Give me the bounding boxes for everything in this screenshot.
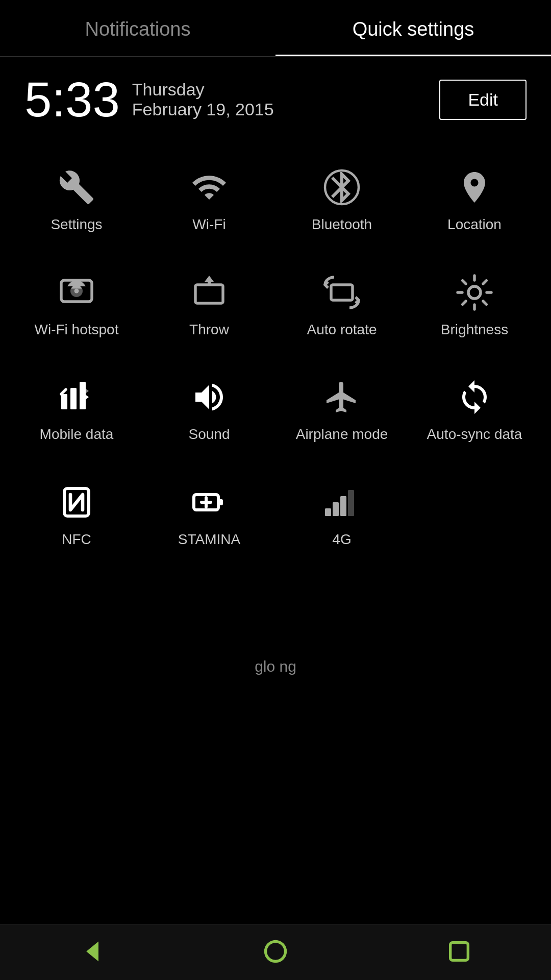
svg-rect-5 [331,285,353,300]
svg-point-2 [74,288,79,293]
home-icon [262,938,289,965]
4g-label: 4G [332,531,351,548]
svg-point-28 [266,942,286,962]
home-button[interactable] [238,930,313,974]
tile-bluetooth[interactable]: Bluetooth [276,146,408,252]
wifi-hotspot-label: Wi-Fi hotspot [35,321,119,338]
location-label: Location [447,216,502,233]
time-block: 5:33 Thursday February 19, 2015 [24,75,274,124]
recents-button[interactable] [421,930,497,974]
back-icon [79,938,105,965]
tile-wifi[interactable]: Wi-Fi [143,146,276,252]
svg-marker-4 [205,276,214,282]
throw-icon [189,272,230,313]
date-str: February 19, 2015 [132,100,274,119]
throw-label: Throw [189,321,229,338]
svg-line-11 [463,280,466,283]
airplane-mode-label: Airplane mode [296,426,388,443]
tile-nfc[interactable]: NFC [10,461,143,567]
bluetooth-icon [321,167,362,208]
tab-notifications[interactable]: Notifications [0,0,276,56]
svg-line-14 [463,301,466,304]
stamina-icon [189,482,230,523]
date-block: Thursday February 19, 2015 [132,80,274,119]
mobile-data-label: Mobile data [40,426,114,443]
svg-rect-20 [218,499,223,505]
tab-bar: Notifications Quick settings [0,0,551,57]
settings-icon [56,167,97,208]
svg-rect-24 [333,502,339,516]
tile-4g[interactable]: 4G [276,461,408,567]
svg-rect-23 [325,508,331,516]
tile-location[interactable]: Location [408,146,541,252]
brightness-icon [454,272,495,313]
bluetooth-label: Bluetooth [312,216,372,233]
tile-mobile-data[interactable]: Mobile data [10,356,143,461]
footer-text: glo ng [0,566,551,696]
auto-sync-label: Auto-sync data [427,426,522,443]
day-name: Thursday [132,80,274,100]
brightness-label: Brightness [441,321,508,338]
svg-marker-27 [86,942,98,962]
stamina-label: STAMINA [178,531,240,548]
header: 5:33 Thursday February 19, 2015 Edit [0,57,551,136]
svg-point-6 [468,286,481,299]
svg-rect-29 [450,943,468,961]
sound-label: Sound [189,426,230,443]
tile-auto-rotate[interactable]: Auto rotate [276,252,408,357]
empty-cell [408,461,541,567]
settings-label: Settings [51,216,102,233]
nfc-label: NFC [62,531,91,548]
mobile-data-icon [56,377,97,418]
4g-icon [321,482,362,523]
wifi-icon [189,167,230,208]
tile-sound[interactable]: Sound [143,356,276,461]
nav-bar [0,924,551,980]
tile-settings[interactable]: Settings [10,146,143,252]
auto-rotate-icon [321,272,362,313]
tile-brightness[interactable]: Brightness [408,252,541,357]
quick-settings-bottom-grid: NFC STAMINA 4G [0,461,551,567]
auto-sync-icon [454,377,495,418]
svg-rect-26 [348,490,354,516]
svg-rect-25 [340,496,346,516]
sound-icon [189,377,230,418]
quick-settings-grid: Settings Wi-Fi Bluetooth Location [0,136,551,461]
tile-airplane-mode[interactable]: Airplane mode [276,356,408,461]
svg-rect-3 [195,285,223,303]
location-icon [454,167,495,208]
tile-stamina[interactable]: STAMINA [143,461,276,567]
tile-wifi-hotspot[interactable]: Wi-Fi hotspot [10,252,143,357]
airplane-mode-icon [321,377,362,418]
edit-button[interactable]: Edit [439,80,527,120]
svg-line-13 [483,280,486,283]
auto-rotate-label: Auto rotate [307,321,377,338]
tile-throw[interactable]: Throw [143,252,276,357]
wifi-hotspot-icon [56,272,97,313]
svg-line-12 [483,301,486,304]
tile-auto-sync[interactable]: Auto-sync data [408,356,541,461]
wifi-label: Wi-Fi [192,216,226,233]
tab-quick-settings[interactable]: Quick settings [276,0,551,56]
recents-icon [446,938,472,965]
back-button[interactable] [54,930,130,974]
nfc-icon [56,482,97,523]
svg-rect-16 [70,388,77,409]
clock: 5:33 [24,75,120,124]
